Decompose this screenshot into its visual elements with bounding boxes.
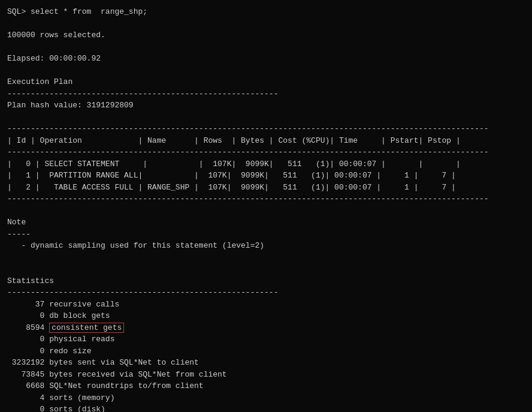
stat-label: bytes received via SQL*Net from client	[49, 370, 226, 379]
stat-row: 0 sorts (disk)	[7, 404, 525, 412]
prompt-text: SQL> select * from range_shp;	[7, 7, 147, 16]
stat-row: 4 sorts (memory)	[7, 392, 525, 404]
separator-1: ----------------------------------------…	[7, 88, 525, 100]
note-text: - dynamic sampling used for this stateme…	[7, 240, 525, 252]
stat-label: physical reads	[49, 335, 114, 344]
stat-number: 0	[7, 347, 49, 356]
stat-row: 6668 SQL*Net roundtrips to/from client	[7, 380, 525, 392]
note-sep: -----	[7, 228, 525, 240]
table-row-0: | 0 | SELECT STATEMENT | | 107K| 9099K| …	[7, 158, 525, 170]
stat-row: 8594 consistent gets	[7, 322, 525, 334]
stat-label: recursive calls	[49, 300, 119, 309]
stat-row: 0 redo size	[7, 345, 525, 357]
stat-label: consistent gets	[49, 323, 124, 333]
stat-number: 0	[7, 405, 49, 412]
stat-number: 37	[7, 300, 49, 309]
elapsed-line: Elapsed: 00:00:00.92	[7, 53, 525, 65]
terminal-window: SQL> select * from range_shp; 100000 row…	[7, 6, 525, 412]
stat-number: 6668	[7, 381, 49, 390]
blank-line-2	[7, 41, 525, 53]
stat-label: sorts (disk)	[49, 405, 105, 412]
stat-number: 8594	[7, 323, 49, 332]
sql-prompt-line: SQL> select * from range_shp;	[7, 6, 525, 18]
stat-label: SQL*Net roundtrips to/from client	[49, 381, 203, 390]
blank-line-1	[7, 18, 525, 30]
plan-hash-line: Plan hash value: 3191292809	[7, 100, 525, 112]
table-separator-mid: ----------------------------------------…	[7, 146, 525, 158]
stat-row: 37 recursive calls	[7, 299, 525, 311]
stat-separator: ----------------------------------------…	[7, 287, 525, 299]
stat-number: 0	[7, 311, 49, 320]
stat-number: 0	[7, 335, 49, 344]
stats-list: 37 recursive calls 0 db block gets 8594 …	[7, 299, 525, 413]
table-separator-bot: ----------------------------------------…	[7, 193, 525, 205]
stat-label: bytes sent via SQL*Net to client	[49, 358, 199, 367]
table-row-1: | 1 | PARTITION RANGE ALL| | 107K| 9099K…	[7, 170, 525, 182]
blank-line-6	[7, 252, 525, 264]
table-separator-top: ----------------------------------------…	[7, 123, 525, 135]
note-header: Note	[7, 216, 525, 228]
stat-number: 73845	[7, 370, 49, 379]
stat-row: 73845 bytes received via SQL*Net from cl…	[7, 369, 525, 381]
blank-line-7	[7, 263, 525, 275]
stat-label: redo size	[49, 347, 91, 356]
stat-label: db block gets	[49, 311, 110, 320]
stat-row: 0 db block gets	[7, 310, 525, 322]
stat-number: 3232192	[7, 358, 49, 367]
statistics-header: Statistics	[7, 275, 525, 287]
execution-plan-header: Execution Plan	[7, 76, 525, 88]
stat-number: 4	[7, 393, 49, 402]
blank-line-3	[7, 65, 525, 77]
blank-line-4	[7, 112, 525, 124]
table-row-2: | 2 | TABLE ACCESS FULL | RANGE_SHP | 10…	[7, 182, 525, 194]
stat-label: sorts (memory)	[49, 393, 114, 402]
rows-selected: 100000 rows selected.	[7, 29, 525, 41]
stat-row: 3232192 bytes sent via SQL*Net to client	[7, 357, 525, 369]
stat-row: 0 physical reads	[7, 333, 525, 345]
table-header-row: | Id | Operation | Name | Rows | Bytes |…	[7, 135, 525, 147]
blank-line-5	[7, 205, 525, 217]
